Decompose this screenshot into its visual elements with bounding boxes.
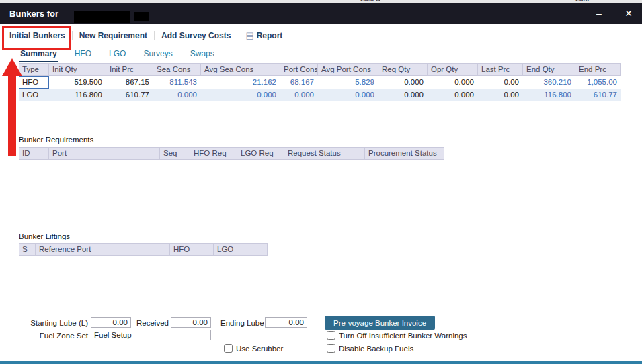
column-header: Avg Sea Cons	[201, 63, 280, 76]
toolbar-report[interactable]: Report	[257, 31, 283, 40]
received-label: Received	[136, 319, 169, 327]
bunkers-dialog: Last D Last Bunkers for – ✕ Initial Bunk…	[0, 0, 642, 364]
grid-cell[interactable]: HFO	[19, 76, 49, 89]
summary-grid: Type Init Qty Init Prc Sea Cons Avg Sea …	[19, 63, 621, 101]
column-header: Type	[19, 63, 49, 76]
column-header: HFO	[170, 243, 214, 256]
tab-bar: Summary HFO LGO Surveys Swaps	[19, 47, 216, 62]
requirements-grid-header: ID Port Seq HFO Req LGO Req Request Stat…	[19, 147, 444, 160]
grid-cell[interactable]: 0.000	[280, 89, 318, 101]
annotation-arrow-shaft	[8, 75, 16, 156]
grid-cell[interactable]: 68.167	[280, 76, 318, 89]
grid-cell[interactable]: 610.77	[575, 89, 621, 101]
grid-cell[interactable]: 0.000	[378, 89, 428, 101]
insufficient-warnings-checkbox[interactable]: Turn Off Insufficient Bunker Warnings	[327, 331, 467, 340]
liftings-grid: S Reference Port HFO LGO	[19, 243, 268, 256]
checkbox-icon[interactable]	[327, 344, 335, 353]
pre-voyage-bunker-invoice-button[interactable]: Pre-voyage Bunker Invoice	[325, 316, 435, 330]
ending-lube-label: Ending Lube	[220, 319, 264, 327]
background-text-fragment: Last	[575, 0, 590, 3]
grid-cell[interactable]: 0.000	[428, 89, 478, 101]
column-header: Seq	[160, 147, 190, 160]
close-icon[interactable]: ✕	[620, 3, 637, 24]
grid-cell[interactable]: 519.500	[49, 76, 106, 89]
column-header: LGO Req	[237, 147, 284, 160]
column-header: HFO Req	[190, 147, 237, 160]
column-header: End Qty	[523, 63, 575, 76]
fuel-zone-input[interactable]	[91, 330, 211, 340]
use-scrubber-checkbox[interactable]: Use Scrubber	[224, 344, 283, 353]
column-header: Avg Port Cons	[318, 63, 378, 76]
disable-backup-fuels-checkbox[interactable]: Disable Backup Fuels	[327, 344, 413, 353]
background-window-bottom-strip	[0, 361, 642, 364]
starting-lube-input[interactable]	[91, 317, 131, 328]
tab-surveys[interactable]: Surveys	[142, 47, 173, 62]
use-scrubber-label: Use Scrubber	[236, 345, 283, 353]
redacted-vessel-name	[74, 11, 130, 23]
toolbar: Initial Bunkers New Requirement Add Surv…	[0, 24, 642, 46]
minimize-icon[interactable]: –	[591, 3, 607, 24]
column-header: Req Qty	[378, 63, 428, 76]
redacted-voyage-number	[134, 12, 149, 21]
background-text-fragment: Last D	[360, 0, 381, 3]
received-input[interactable]	[171, 317, 211, 328]
column-header: Request Status	[284, 147, 365, 160]
grid-cell[interactable]: 0.000	[153, 89, 201, 101]
tab-hfo[interactable]: HFO	[73, 47, 93, 62]
toolbar-add-survey-costs[interactable]: Add Survey Costs	[161, 31, 231, 40]
toolbar-new-requirement[interactable]: New Requirement	[79, 31, 147, 40]
checkbox-icon[interactable]	[327, 331, 335, 340]
grid-cell[interactable]: 0.000	[201, 89, 280, 101]
column-header: Sea Cons	[153, 63, 201, 76]
grid-cell[interactable]: 0.000	[318, 89, 378, 101]
column-header: Init Prc	[106, 63, 153, 76]
tab-lgo[interactable]: LGO	[108, 47, 127, 62]
column-header: Port Cons	[280, 63, 318, 76]
tab-swaps[interactable]: Swaps	[189, 47, 216, 62]
checkbox-icon[interactable]	[224, 344, 233, 353]
grid-cell[interactable]: 21.162	[201, 76, 280, 89]
column-header: Reference Port	[36, 243, 170, 256]
column-header: End Prc	[575, 63, 621, 76]
liftings-section-label: Bunker Liftings	[19, 232, 70, 240]
column-header: Opr Qty	[428, 63, 478, 76]
grid-cell[interactable]: 5.829	[318, 76, 378, 89]
grid-cell[interactable]: 0.000	[378, 76, 428, 89]
dialog-title: Bunkers for	[9, 3, 58, 24]
dialog-titlebar: Bunkers for – ✕	[0, 3, 642, 24]
requirements-section-label: Bunker Requirements	[19, 136, 93, 144]
grid-cell[interactable]: 116.800	[49, 89, 106, 101]
toolbar-initial-bunkers[interactable]: Initial Bunkers	[9, 31, 65, 40]
column-header: Init Qty	[49, 63, 106, 76]
report-icon: ▤	[245, 30, 253, 40]
disable-backup-fuels-label: Disable Backup Fuels	[339, 345, 413, 353]
grid-cell[interactable]: LGO	[19, 89, 49, 101]
grid-cell[interactable]: 0.00	[478, 89, 523, 101]
grid-cell[interactable]: 116.800	[523, 89, 575, 101]
toolbar-separator	[72, 31, 73, 40]
requirements-grid: ID Port Seq HFO Req LGO Req Request Stat…	[19, 147, 444, 160]
grid-cell[interactable]: 867.15	[106, 76, 153, 89]
grid-cell[interactable]: 610.77	[106, 89, 153, 101]
column-header: Port	[49, 147, 160, 160]
grid-cell[interactable]: -360.210	[523, 76, 575, 89]
liftings-grid-header: S Reference Port HFO LGO	[19, 243, 268, 256]
column-header: Last Prc	[478, 63, 523, 76]
grid-cell[interactable]: 0.000	[428, 76, 478, 89]
summary-grid-header: Type Init Qty Init Prc Sea Cons Avg Sea …	[19, 63, 621, 76]
table-row-hfo: HFO 519.500 867.15 811.543 21.162 68.167…	[19, 76, 621, 89]
insufficient-warnings-label: Turn Off Insufficient Bunker Warnings	[339, 332, 467, 340]
table-row-lgo: LGO 116.800 610.77 0.000 0.000 0.000 0.0…	[19, 89, 621, 101]
column-header: ID	[19, 147, 49, 160]
grid-cell[interactable]: 0.00	[478, 76, 523, 89]
grid-cell[interactable]: 811.543	[153, 76, 201, 89]
fuel-zone-label: Fuel Zone Set	[20, 332, 88, 340]
toolbar-separator	[154, 31, 155, 40]
grid-cell[interactable]: 1,055.00	[575, 76, 621, 89]
column-header: Procurement Status	[365, 147, 444, 160]
ending-lube-input[interactable]	[265, 317, 307, 328]
tab-summary[interactable]: Summary	[19, 47, 58, 62]
column-header: LGO	[214, 243, 268, 256]
column-header: S	[19, 243, 36, 256]
starting-lube-label: Starting Lube (L)	[20, 319, 88, 327]
